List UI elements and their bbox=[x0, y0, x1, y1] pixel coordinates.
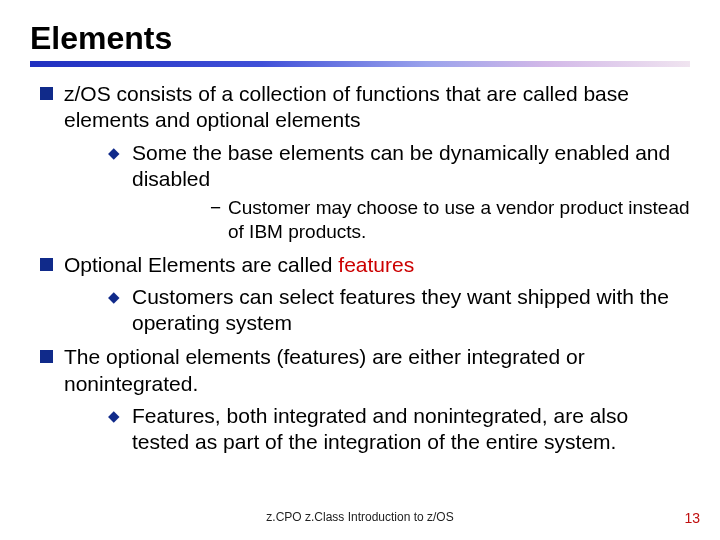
bullet-1-1-text: Some the base elements can be dynamicall… bbox=[132, 141, 670, 190]
bullet-3: The optional elements (features) are eit… bbox=[30, 344, 690, 455]
bullet-3-text: The optional elements (features) are eit… bbox=[64, 345, 585, 394]
bullet-1-1-1: Customer may choose to use a vendor prod… bbox=[132, 196, 690, 244]
page-number: 13 bbox=[684, 510, 700, 526]
bullet-1-1: Some the base elements can be dynamicall… bbox=[64, 140, 690, 244]
bullet-2-text-pre: Optional Elements are called bbox=[64, 253, 338, 276]
title-rule bbox=[30, 61, 690, 67]
bullet-3-1: Features, both integrated and nonintegra… bbox=[64, 403, 690, 456]
bullet-3-1-text: Features, both integrated and nonintegra… bbox=[132, 404, 628, 453]
bullet-2-1: Customers can select features they want … bbox=[64, 284, 690, 337]
bullet-1-1-1-text: Customer may choose to use a vendor prod… bbox=[228, 197, 690, 242]
bullet-2-text-red: features bbox=[338, 253, 414, 276]
bullet-1-text: z/OS consists of a collection of functio… bbox=[64, 82, 629, 131]
bullet-2-1-text: Customers can select features they want … bbox=[132, 285, 669, 334]
slide-title: Elements bbox=[30, 20, 690, 57]
slide-content: z/OS consists of a collection of functio… bbox=[30, 81, 690, 455]
bullet-1: z/OS consists of a collection of functio… bbox=[30, 81, 690, 244]
slide: Elements z/OS consists of a collection o… bbox=[0, 0, 720, 540]
bullet-2: Optional Elements are called features Cu… bbox=[30, 252, 690, 337]
footer-text: z.CPO z.Class Introduction to z/OS bbox=[0, 510, 720, 524]
